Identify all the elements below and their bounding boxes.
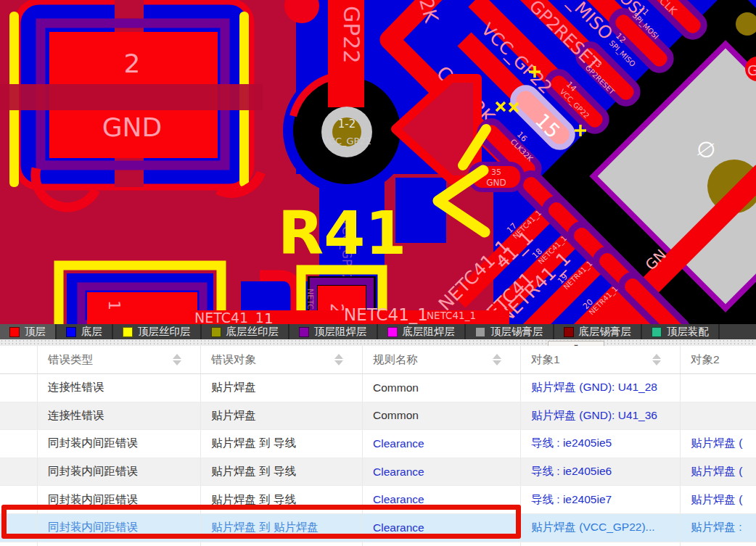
layer-tab-label: 底层锡膏层 bbox=[579, 325, 632, 339]
layer-tab-top-assembly[interactable]: 顶层装配 bbox=[642, 324, 720, 339]
pad-number-label: 2 bbox=[124, 49, 141, 78]
layer-tab-bottom-paste[interactable]: 底层锡膏层 bbox=[554, 324, 643, 339]
header-rule-name: 规则名称 bbox=[363, 346, 521, 373]
table-row[interactable]: 连接性错误 贴片焊盘 Common 贴片焊盘 (GND): U41_36 bbox=[0, 402, 756, 431]
table-header-row: 错误类型 错误对象 规则名称 对象1 对象2 bbox=[0, 346, 756, 374]
layer-tab-label: 底层 bbox=[81, 325, 102, 339]
panel-resize-strip[interactable] bbox=[0, 339, 756, 346]
layer-color-swatch bbox=[66, 327, 76, 337]
net-label-netc41-medium: NETC41_1 bbox=[194, 310, 264, 324]
cell-object1-link[interactable]: 导线 : ie2405ie5 bbox=[531, 436, 612, 451]
table-row[interactable]: 同封装内间距错误 贴片焊盘 到 导线 Clearance 导线 : ie2405… bbox=[0, 430, 756, 458]
sort-icon[interactable] bbox=[652, 354, 661, 365]
cell-rule-link[interactable]: Clearance bbox=[373, 466, 424, 479]
cell-error-object: 贴片焊盘 到 贴片焊盘 bbox=[201, 542, 363, 546]
cell-error-object: 贴片焊盘 到 导线 bbox=[201, 430, 363, 458]
layer-tab-bottom-mask[interactable]: 底层阻焊层 bbox=[378, 324, 467, 339]
cell-rule: Common bbox=[373, 381, 419, 394]
layer-color-swatch bbox=[9, 327, 20, 337]
via-net-label: VCC_GP22 bbox=[322, 136, 371, 146]
header-error-type: 错误类型 bbox=[38, 346, 201, 373]
layer-tab-top-silk[interactable]: 顶层丝印层 bbox=[113, 324, 202, 339]
cell-error-type: 同封装内间距错误 bbox=[38, 458, 201, 486]
annotation-highlight-box bbox=[1, 505, 521, 539]
layer-tab-label: 底层阻焊层 bbox=[403, 325, 456, 339]
cell-object2-link[interactable]: 贴片焊盘 : bbox=[691, 520, 742, 535]
cell-object1-link[interactable]: 导线 : ie2405ie6 bbox=[531, 464, 612, 479]
via-span-label: 1-2 bbox=[338, 117, 356, 131]
cell-error-type: 连接性错误 bbox=[38, 374, 201, 402]
cell-error-type: 同封装内间距错误 bbox=[38, 542, 201, 546]
layer-tab-label: 顶层装配 bbox=[667, 325, 709, 339]
layer-color-swatch bbox=[299, 327, 309, 337]
sort-icon[interactable] bbox=[493, 354, 501, 365]
pcb-editor-window: 2 GND 1 1-2 VCC_GP22 GP22 bbox=[0, 0, 756, 546]
net-label-gp22: GP22 bbox=[339, 6, 364, 64]
net-label-netc41-small: NETC41_1 bbox=[427, 310, 476, 321]
header-object1: 对象1 bbox=[521, 346, 681, 373]
component-pad-gnd[interactable]: 2 GND bbox=[0, 0, 263, 187]
pad35-number: 35 bbox=[491, 167, 501, 177]
pcb-artwork: 2 GND 1 1-2 VCC_GP22 GP22 bbox=[0, 0, 756, 324]
layer-color-swatch bbox=[564, 327, 574, 337]
layer-color-swatch bbox=[475, 327, 485, 337]
layer-tab-label: 顶层 bbox=[25, 325, 46, 339]
layer-color-swatch bbox=[387, 327, 398, 337]
layer-tab-bottom-silk[interactable]: 底层丝印层 bbox=[202, 324, 290, 339]
cell-rule-link[interactable]: Clearance bbox=[373, 437, 424, 450]
sort-icon[interactable] bbox=[334, 354, 343, 365]
layer-tab-top-paste[interactable]: 顶层锡膏层 bbox=[466, 324, 554, 339]
header-object2: 对象2 bbox=[681, 346, 756, 373]
layer-tab-top-mask[interactable]: 顶层阻焊层 bbox=[289, 324, 378, 339]
pad-number-label: 1 bbox=[105, 300, 123, 310]
header-error-object: 错误对象 bbox=[201, 346, 363, 373]
layer-color-swatch bbox=[123, 327, 133, 337]
cell-object1-link[interactable]: 贴片焊盘 (VCC_GP22)... bbox=[531, 520, 655, 535]
cell-rule: Common bbox=[373, 409, 419, 422]
layer-tab-label: 底层丝印层 bbox=[226, 325, 279, 339]
cell-object1-link[interactable]: 贴片焊盘 (GND): U41_36 bbox=[531, 408, 657, 423]
layer-color-swatch bbox=[211, 327, 221, 337]
layer-color-swatch bbox=[652, 327, 662, 337]
cell-error-type: 连接性错误 bbox=[38, 402, 201, 430]
cell-object2-link[interactable]: 贴片焊盘 ( bbox=[691, 492, 742, 508]
pad-net-label-gnd: GND bbox=[102, 112, 163, 142]
layer-tab-label: 顶层阻焊层 bbox=[314, 325, 367, 339]
layer-tab-label: 顶层锡膏层 bbox=[490, 325, 543, 339]
cell-object1-link[interactable]: 导线 : ie2405ie7 bbox=[531, 492, 612, 508]
net-label-g-partial: G bbox=[747, 62, 756, 79]
cell-error-object: 贴片焊盘 到 导线 bbox=[201, 458, 363, 486]
table-row[interactable]: 同封装内间距错误 贴片焊盘 到 导线 Clearance 导线 : ie2405… bbox=[0, 458, 756, 487]
layer-tab-bottom[interactable]: 底层 bbox=[57, 324, 113, 339]
header-index bbox=[0, 346, 38, 373]
net-label-netc41-large: NETC41_1 bbox=[344, 305, 428, 324]
pad35-net: GND bbox=[486, 178, 506, 188]
cell-error-type: 同封装内间距错误 bbox=[38, 430, 201, 458]
ref-designator-r41: R41 bbox=[278, 199, 406, 268]
cell-object2-link[interactable]: 贴片焊盘 ( bbox=[691, 436, 742, 451]
pad-one-label: 1 bbox=[264, 310, 274, 324]
cell-object1-link[interactable]: 贴片焊盘 (GND): U41_28 bbox=[531, 380, 657, 395]
pcb-canvas[interactable]: 2 GND 1 1-2 VCC_GP22 GP22 bbox=[0, 0, 756, 324]
table-row[interactable]: 连接性错误 贴片焊盘 Common 贴片焊盘 (GND): U41_28 bbox=[0, 374, 756, 402]
cell-object2-link[interactable]: 贴片焊盘 ( bbox=[691, 464, 742, 479]
cell-error-object: 贴片焊盘 bbox=[201, 374, 363, 402]
layer-tab-bar: 顶层 底层 顶层丝印层 底层丝印层 顶层阻焊层 底层阻焊层 顶层锡膏层 底层锡 bbox=[0, 324, 756, 339]
cell-error-object: 贴片焊盘 bbox=[201, 402, 363, 430]
layer-tab-top[interactable]: 顶层 bbox=[0, 324, 57, 339]
sort-icon[interactable] bbox=[173, 354, 181, 365]
table-row[interactable]: 同封装内间距错误 贴片焊盘 到 贴片焊盘 Clearance 贴片焊盘 (CLK… bbox=[0, 542, 756, 546]
layer-tab-label: 顶层丝印层 bbox=[138, 325, 191, 339]
